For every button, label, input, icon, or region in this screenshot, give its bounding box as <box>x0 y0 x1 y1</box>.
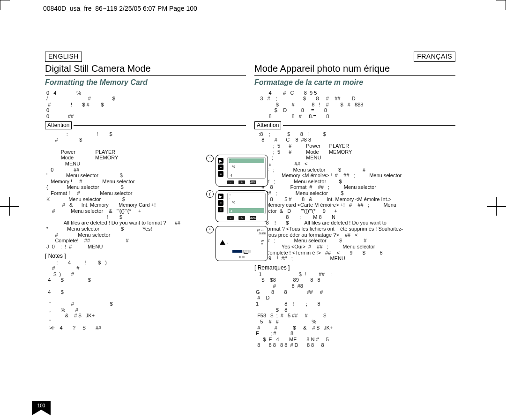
nav-icon: ✎ <box>238 180 245 184</box>
camera-icon: ∘ <box>218 200 223 206</box>
settings-icon: ≡ <box>218 207 223 212</box>
registration-mark <box>496 197 497 216</box>
language-label-english: ENGLISH <box>45 52 82 62</box>
section-title-french: Mode Appareil photo num érique <box>254 63 455 75</box>
intro-text-english: 0 4 % / # $ # ! $ # $ 0 0 ## <box>45 90 246 120</box>
attention-label-english: Attention <box>45 121 72 129</box>
warning-icon <box>220 240 225 245</box>
subsection-title-english: Formatting the Memory Card <box>45 78 246 87</box>
lcd-screen-3: )'K ▭ JII:KII ; W V F II III <box>216 226 268 261</box>
menu-button-icon: MENU <box>250 180 256 184</box>
language-label-french: FRANÇAIS <box>414 52 455 62</box>
registration-mark <box>9 197 10 216</box>
menu-button-icon: MENU <box>250 216 256 220</box>
registration-mark <box>487 206 506 207</box>
section-title-english: Digital Still Camera Mode <box>45 63 246 75</box>
lcd-screen-2: ▶ ∘ ≡ " ' % 4 ⌂ ✎ MENU <box>216 190 268 222</box>
lcd-screenshots-column: ' ▶ ∘ ≡ " ' % 6 4 ⌂ ✎ MENU ( ▶ <box>206 155 272 265</box>
camera-icon: ∘ <box>218 165 223 170</box>
step-marker: * <box>206 226 214 233</box>
notes-label-french: [ Remarques ] <box>254 264 455 271</box>
progress-bar: F <box>232 250 251 253</box>
pdf-header-line: 00840D_usa_fre_86~119 2/25/05 6:07 PM Pa… <box>43 5 197 12</box>
playback-controls: II III <box>218 255 266 259</box>
notes-body-french: 1 $ ! ## ; $ $8 89 8 8 # 8 #8 G 8 8 ## #… <box>254 271 455 348</box>
nav-icon: ⌂ <box>227 180 234 184</box>
notes-body-english: : 4 ! $ ) # # $ ) # 4 $ $ 4 $ " # $ , % … <box>45 260 246 331</box>
intro-text-french: 4 # C 8 9 5 3 # ; $ 8 # ## D $ # 8 ! # $… <box>254 90 455 120</box>
step-marker: ' <box>206 155 214 162</box>
column-french: FRANÇAIS Mode Appareil photo num érique … <box>253 52 457 417</box>
f-indicator: F <box>244 250 248 254</box>
play-icon: ▶ <box>218 194 223 199</box>
step-marker: ( <box>206 190 214 198</box>
nav-icon: ⌂ <box>227 216 234 220</box>
attention-label-french: Attention <box>254 121 281 129</box>
nav-icon: ✎ <box>238 216 245 220</box>
settings-icon: ≡ <box>218 171 223 177</box>
attention-body-french: :8 ; $ 8 ! $ 8 # C 8 #8 8 ; 5 # Power PL… <box>254 131 455 262</box>
play-icon: ▶ <box>218 158 223 164</box>
page-number-badge: 100 <box>32 401 51 415</box>
lcd-screen-1: ▶ ∘ ≡ " ' % 6 4 ⌂ ✎ MENU <box>216 155 268 187</box>
subsection-title-french: Formatage de la carte m moire <box>254 78 455 87</box>
